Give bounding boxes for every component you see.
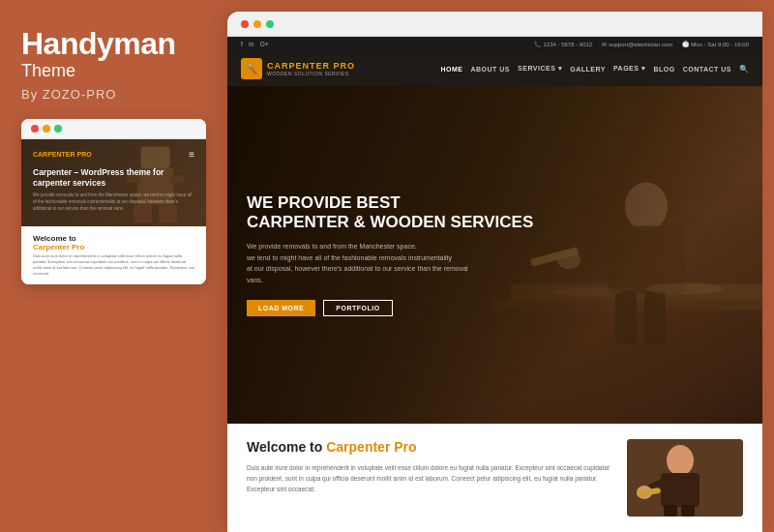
topbar-left: f in G+: [241, 41, 269, 47]
svg-rect-24: [681, 505, 695, 517]
browser-dot-red: [241, 20, 249, 28]
nav-services[interactable]: SERVICES ▾: [518, 65, 562, 73]
left-panel: Handyman Theme By ZOZO-PRO CARPENTER PR: [0, 0, 227, 532]
site-topbar: f in G+ 📞 1234 - 5678 - 9012 ✉ support@e…: [227, 37, 762, 51]
hero-content: WE PROVIDE BEST CARPENTER & WOODEN SERVI…: [227, 86, 762, 424]
site-welcome: Welcome to Carpenter Pro Duis aute irure…: [227, 424, 762, 532]
browser-dot-green: [266, 20, 274, 28]
nav-blog[interactable]: BLOG: [653, 66, 674, 73]
mobile-titlebar: [21, 119, 206, 139]
clock-icon: 🕐: [682, 41, 689, 47]
mobile-logo: CARPENTER PRO: [33, 151, 92, 158]
dot-green: [54, 125, 62, 133]
portfolio-button[interactable]: PORTFOLIO: [323, 300, 392, 316]
theme-subtitle: Theme: [21, 61, 206, 81]
hero-buttons: LOAD MORE PORTFOLIO: [247, 300, 743, 316]
svg-point-18: [667, 445, 694, 476]
theme-title: Handyman: [21, 27, 206, 61]
mobile-welcome-text: Duis aute irure dolor in reprehenderit i…: [33, 253, 194, 277]
topbar-right: 📞 1234 - 5678 - 9012 ✉ support@electrici…: [534, 41, 749, 47]
mobile-hero: CARPENTER PRO ≡ Carpenter – WordPress th…: [21, 139, 206, 226]
mobile-nav: CARPENTER PRO ≡: [33, 149, 194, 160]
mobile-welcome-brand: Carpenter Pro: [33, 243, 84, 251]
nav-links: HOME ABOUT US SERVICES ▾ GALLERY PAGES ▾…: [440, 65, 749, 74]
welcome-image: [627, 439, 743, 517]
hamburger-icon[interactable]: ≡: [189, 149, 194, 160]
mobile-welcome: Welcome to Carpenter Pro Duis aute irure…: [21, 226, 206, 284]
load-more-button[interactable]: LOAD MORE: [247, 300, 315, 316]
logo-text-block: CARPENTER PRO WOODEN SOLUTION SERVIES: [267, 61, 355, 76]
topbar-phone: 📞 1234 - 5678 - 9012: [534, 41, 592, 47]
mobile-preview-card: CARPENTER PRO ≡ Carpenter – WordPress th…: [21, 119, 206, 284]
welcome-text: Welcome to Carpenter Pro Duis aute irure…: [247, 439, 611, 517]
mobile-hero-desc: We provide removals to and from the Manc…: [33, 192, 194, 212]
mobile-welcome-title: Welcome to Carpenter Pro: [33, 234, 194, 251]
nav-home[interactable]: HOME: [440, 66, 462, 73]
nav-gallery[interactable]: GALLERY: [570, 66, 606, 73]
browser-titlebar: [227, 12, 762, 37]
mobile-hero-title: Carpenter – WordPress theme for carpente…: [33, 167, 194, 189]
email-icon: ✉: [602, 41, 607, 47]
phone-icon: 📞: [534, 41, 541, 47]
theme-author: By ZOZO-PRO: [21, 87, 206, 102]
site-nav: 🔨 CARPENTER PRO WOODEN SOLUTION SERVIES …: [227, 51, 762, 86]
dot-red: [31, 125, 39, 133]
welcome-description: Duis aute irure dolor in reprehenderit i…: [247, 462, 611, 494]
topbar-email: ✉ support@electrician.com: [602, 41, 672, 47]
nav-search-icon[interactable]: 🔍: [739, 65, 749, 74]
browser-dot-yellow: [253, 20, 261, 28]
welcome-title: Welcome to Carpenter Pro: [247, 439, 611, 455]
site-hero: WE PROVIDE BEST CARPENTER & WOODEN SERVI…: [227, 86, 762, 424]
hero-description: We provide removals to and from the Manc…: [247, 241, 479, 287]
mobile-hero-content: CARPENTER PRO ≡ Carpenter – WordPress th…: [33, 149, 194, 212]
social-googleplus-icon[interactable]: G+: [259, 41, 269, 47]
welcome-worker-svg: [627, 439, 743, 517]
site-logo: 🔨 CARPENTER PRO WOODEN SOLUTION SERVIES: [241, 58, 355, 79]
logo-name: CARPENTER PRO: [267, 61, 355, 71]
nav-about[interactable]: ABOUT US: [470, 66, 510, 73]
nav-contact[interactable]: CONTACT US: [683, 66, 731, 73]
logo-tagline: WOODEN SOLUTION SERVIES: [267, 71, 355, 76]
browser-content: f in G+ 📞 1234 - 5678 - 9012 ✉ support@e…: [227, 37, 762, 532]
hero-title: WE PROVIDE BEST CARPENTER & WOODEN SERVI…: [247, 193, 743, 233]
social-facebook-icon[interactable]: f: [241, 41, 243, 47]
right-panel: f in G+ 📞 1234 - 5678 - 9012 ✉ support@e…: [227, 12, 762, 532]
svg-rect-23: [664, 505, 677, 517]
dot-yellow: [43, 125, 50, 133]
logo-icon: 🔨: [241, 58, 262, 79]
social-twitter-icon[interactable]: in: [249, 41, 253, 47]
nav-pages[interactable]: PAGES ▾: [613, 65, 645, 73]
topbar-hours: 🕐 Mon - Sat 9:00 - 19:00: [682, 41, 749, 47]
welcome-brand: Carpenter Pro: [326, 439, 416, 455]
